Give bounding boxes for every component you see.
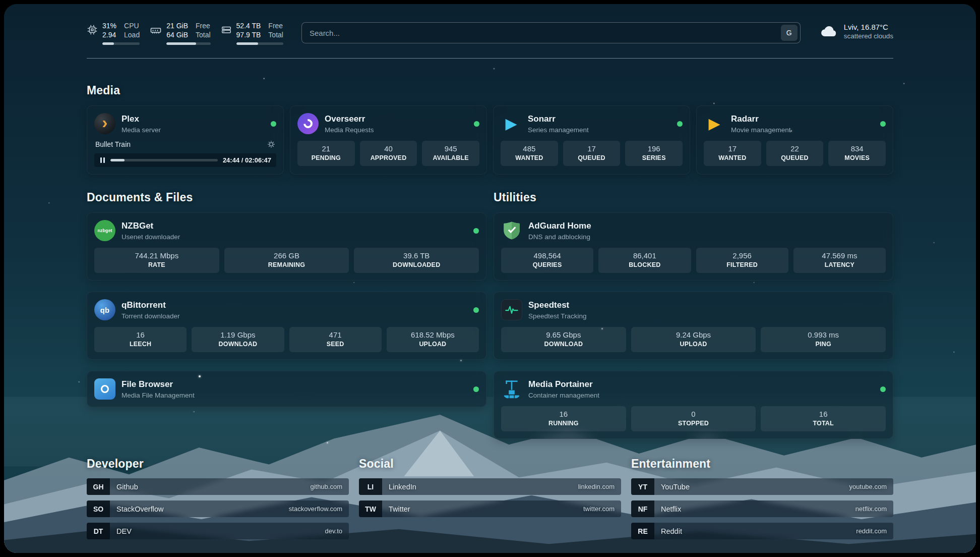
- stat-box: 16 RUNNING: [501, 406, 626, 431]
- bookmark-twitter[interactable]: TW Twitter twitter.com: [359, 500, 621, 517]
- section-title-entertainment: Entertainment: [631, 457, 893, 471]
- card-header: qb qBittorrent Torrent downloader: [94, 299, 479, 320]
- filebrowser-icon[interactable]: [94, 378, 115, 400]
- app-desc: Container management: [528, 392, 599, 399]
- disk-free-value: 52.4 TB: [236, 21, 261, 30]
- radarr-icon[interactable]: ▶: [704, 113, 725, 134]
- app-meta: qBittorrent Torrent downloader: [121, 300, 180, 319]
- stat-label: RATE: [96, 261, 217, 268]
- bookmark-name: LinkedIn: [389, 483, 416, 491]
- stat-value: 0.993 ms: [763, 330, 884, 339]
- bookmark-stackoverflow[interactable]: SO StackOverflow stackoverflow.com: [87, 500, 349, 517]
- app-meta: Radarr Movie management: [731, 114, 791, 133]
- stat-box: 744.21 Mbps RATE: [94, 248, 219, 273]
- stat-box: 0.993 ms PING: [761, 327, 886, 352]
- stat-value: 618.52 Mbps: [389, 330, 477, 339]
- stat-box: 471 SEED: [289, 327, 382, 352]
- status-dot: [880, 121, 886, 127]
- memory-icon: [150, 24, 162, 45]
- bookmark-github[interactable]: GH Github github.com: [87, 478, 349, 495]
- cpu-usage-value: 31%: [102, 21, 116, 30]
- stat-value: 196: [627, 144, 681, 153]
- app-desc: Media File Management: [121, 392, 195, 399]
- bookmark-name: StackOverflow: [116, 505, 163, 513]
- stat-label: STOPPED: [633, 420, 754, 427]
- stat-box: 17 QUEUED: [563, 141, 621, 166]
- bookmark-abbr: SO: [87, 500, 110, 517]
- section-title-developer: Developer: [87, 457, 349, 471]
- app-name: NZBGet: [121, 221, 180, 231]
- search-bar[interactable]: G: [301, 22, 801, 43]
- app-name: AdGuard Home: [528, 221, 591, 231]
- nzbget-icon[interactable]: nzbget: [94, 220, 115, 241]
- pause-icon[interactable]: [99, 157, 105, 163]
- search-input[interactable]: [304, 29, 781, 37]
- stat-label: LATENCY: [795, 261, 884, 268]
- gear-icon[interactable]: [267, 140, 275, 148]
- bookmark-netflix[interactable]: NF Netflix netflix.com: [631, 500, 893, 517]
- overseerr-icon[interactable]: [297, 113, 319, 134]
- bookmark-youtube[interactable]: YT YouTube youtube.com: [631, 478, 893, 495]
- bookmark-group-entertainment: Entertainment YT YouTube youtube.com NF …: [631, 457, 893, 539]
- pause-bar: [100, 157, 102, 163]
- stat-value: 834: [830, 144, 884, 153]
- dashboard-content: 31% 2.94 CPU Load: [4, 4, 976, 539]
- snow-speck: [460, 360, 462, 361]
- plex-icon[interactable]: ›: [94, 113, 115, 134]
- status-dot: [271, 121, 276, 127]
- ram-stat: 21 GiB 64 GiB Free Total: [150, 21, 210, 45]
- stat-box: 2,956 FILTERED: [696, 248, 788, 273]
- status-dot: [473, 228, 479, 234]
- status-dot: [880, 386, 886, 392]
- bookmark-reddit[interactable]: RE Reddit reddit.com: [631, 523, 893, 539]
- stat-box: 485 WANTED: [501, 141, 558, 166]
- playback-progress-track[interactable]: [110, 159, 218, 161]
- stat-label: AVAILABLE: [424, 154, 477, 161]
- ram-stat-body: 21 GiB 64 GiB Free Total: [166, 21, 210, 45]
- utilities-column: Utilities AdGu: [494, 191, 893, 439]
- stat-value: 16: [763, 410, 884, 418]
- stat-label: APPROVED: [362, 154, 415, 161]
- cpu-load-label: Load: [124, 30, 140, 39]
- app-desc: DNS and adblocking: [528, 233, 591, 241]
- adguard-shield-icon[interactable]: [501, 220, 522, 241]
- stat-label: QUERIES: [503, 261, 591, 268]
- stat-value: 17: [706, 144, 759, 153]
- bookmark-list: LI LinkedIn linkedin.com TW Twitter twit…: [359, 478, 621, 517]
- bookmark-list: GH Github github.com SO StackOverflow st…: [87, 478, 349, 539]
- main-columns: Documents & Files nzbget NZBGet Usenet d…: [87, 191, 893, 439]
- portainer-crane-icon[interactable]: [501, 378, 522, 400]
- bookmark-dev[interactable]: DT DEV dev.to: [87, 523, 349, 539]
- speedtest-icon[interactable]: [501, 299, 522, 320]
- sonarr-icon[interactable]: ▶: [501, 113, 522, 134]
- search-engine-button[interactable]: G: [781, 25, 798, 41]
- bookmark-name: Twitter: [389, 505, 410, 513]
- status-dot: [473, 307, 479, 313]
- disk-usage-bar-fill: [236, 42, 258, 45]
- bookmark-url: twitter.com: [583, 505, 615, 513]
- cpu-load-value: 2.94: [102, 30, 116, 39]
- bookmarks-grid: Developer GH Github github.com SO StackO…: [87, 457, 893, 539]
- app-card-sonarr: ▶ Sonarr Series management 485 WANTED 17: [493, 105, 690, 175]
- now-playing-row: Bullet Train: [94, 140, 276, 148]
- playback-time: 24:44 / 02:06:47: [223, 156, 271, 164]
- bookmark-abbr: NF: [631, 500, 654, 517]
- snow-speck: [327, 442, 328, 443]
- app-name: Media Portainer: [528, 379, 599, 389]
- stat-box: 0 STOPPED: [631, 406, 756, 431]
- snow-speck: [601, 328, 603, 329]
- stat-box: 39.6 TB DOWNLOADED: [354, 248, 479, 273]
- cpu-usage-bar: [102, 42, 140, 45]
- card-header: Speedtest Speedtest Tracking: [501, 299, 886, 320]
- stat-value: 0: [633, 410, 754, 418]
- stat-value: 39.6 TB: [356, 251, 477, 260]
- bookmark-linkedin[interactable]: LI LinkedIn linkedin.com: [359, 478, 621, 495]
- qbittorrent-icon[interactable]: qb: [94, 299, 115, 320]
- bookmark-abbr: LI: [359, 478, 382, 495]
- dashboard-screen: 31% 2.94 CPU Load: [4, 4, 976, 553]
- app-meta: AdGuard Home DNS and adblocking: [528, 221, 591, 240]
- app-meta: NZBGet Usenet downloader: [121, 221, 180, 240]
- section-title-utilities: Utilities: [494, 191, 893, 204]
- stat-label: SEED: [291, 341, 380, 348]
- section-title-documents: Documents & Files: [87, 191, 486, 204]
